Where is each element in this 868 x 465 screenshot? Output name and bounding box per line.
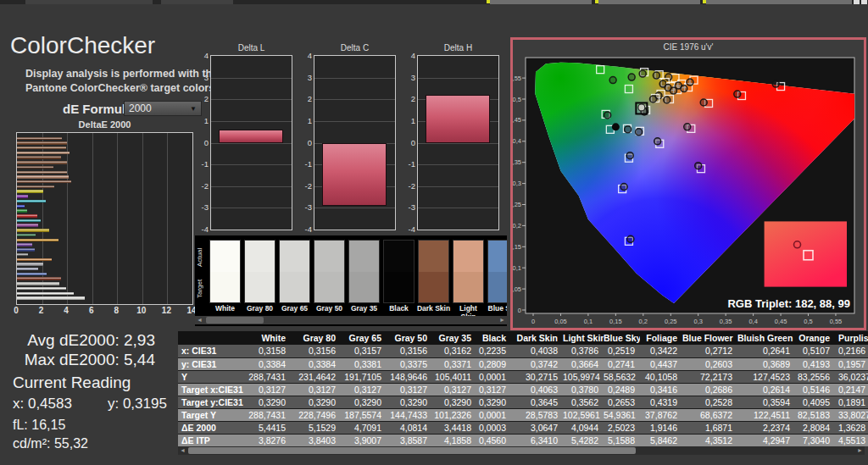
measured-circle-marker bbox=[628, 74, 635, 80]
axis-tick-label: 0,1 bbox=[513, 264, 521, 272]
table-cell: 0,1891 bbox=[835, 396, 868, 408]
measured-circle-marker bbox=[653, 72, 659, 79]
tab[interactable] bbox=[490, 0, 592, 4]
table-cell: 0,3158 bbox=[246, 345, 291, 357]
table-cell: 122,4511 bbox=[737, 408, 795, 421]
table-cell: 0,3127 bbox=[432, 383, 476, 396]
swatch-scrollbar-thumb[interactable] bbox=[206, 317, 264, 324]
swatch-label: Black bbox=[381, 304, 416, 313]
table-cell: 36,0237 bbox=[835, 370, 868, 383]
axis-tick-label: 2 bbox=[302, 94, 312, 103]
table-cell: 0,3780 bbox=[563, 383, 604, 396]
tab[interactable] bbox=[598, 0, 700, 4]
calman-colorchecker-screen: ColorChecker Display analysis is perform… bbox=[0, 0, 868, 465]
de2000-bar bbox=[17, 273, 47, 276]
gridline bbox=[314, 121, 395, 122]
swatch-actual bbox=[488, 241, 507, 272]
window-button[interactable] bbox=[854, 0, 860, 4]
measured-circle-marker bbox=[625, 126, 632, 133]
column-header: Blue Flower bbox=[682, 331, 737, 345]
table-cell: 0,3290 bbox=[341, 396, 387, 408]
swatch-actual bbox=[280, 241, 309, 272]
axis-tick-label: 0,2 bbox=[513, 222, 521, 230]
table-scrollbar-thumb[interactable] bbox=[188, 447, 636, 454]
de2000-bar bbox=[17, 166, 53, 169]
table-cell: 0,3290 bbox=[432, 396, 476, 408]
swatch-target bbox=[419, 272, 448, 303]
axis-tick-label: -2 bbox=[198, 181, 209, 191]
table-cell: 30,2715 bbox=[511, 370, 563, 383]
table-row: x: CIE310,31580,31560,31570,31560,31620,… bbox=[178, 345, 868, 357]
chart-title: Delta C bbox=[314, 43, 396, 53]
dropdown-arrow-icon: ▼ bbox=[190, 105, 197, 113]
table-cell: 0,2235 bbox=[476, 345, 511, 357]
table-cell: 102,5961 bbox=[563, 408, 604, 421]
row-label: x: CIE31 bbox=[178, 345, 246, 357]
row-label: Y bbox=[178, 370, 246, 383]
measured-circle-marker bbox=[772, 80, 779, 87]
swatch-scrollbar[interactable]: ◄ ► bbox=[195, 316, 507, 324]
table-row: Target x:CIE310,31270,31270,31270,31270,… bbox=[178, 383, 868, 396]
axis-tick-label: -3 bbox=[302, 202, 312, 212]
tab[interactable] bbox=[706, 0, 852, 4]
axis-tick-label: -4 bbox=[302, 224, 312, 234]
axis-tick-label: 1 bbox=[302, 116, 312, 125]
table-cell: 4,2947 bbox=[737, 434, 795, 446]
axis-tick-label: 3 bbox=[405, 73, 415, 82]
table-cell: 0,3742 bbox=[511, 357, 563, 370]
axis-tick-label: 0,15 bbox=[513, 243, 521, 251]
swatch-target bbox=[384, 272, 414, 303]
scroll-left-icon[interactable]: ◄ bbox=[197, 316, 203, 324]
axis-tick-label: 1 bbox=[198, 116, 209, 125]
table-cell: 2,8084 bbox=[795, 421, 835, 434]
gridline bbox=[211, 99, 292, 100]
measured-circle-marker bbox=[700, 99, 707, 106]
window-button[interactable] bbox=[861, 0, 867, 4]
axis-tick-label: 0 bbox=[405, 138, 415, 147]
de-formula-select[interactable]: 2000 ▼ bbox=[124, 101, 202, 116]
scroll-left-icon[interactable]: ◄ bbox=[180, 446, 186, 455]
measured-circle-marker bbox=[681, 86, 687, 92]
table-cell: 0,3786 bbox=[563, 345, 604, 357]
axis-tick-label: 0,05 bbox=[554, 318, 567, 325]
de2000-bar bbox=[17, 277, 61, 280]
swatch-target bbox=[314, 272, 344, 303]
current-color-inset bbox=[765, 221, 847, 286]
swatch-label: Gray 65 bbox=[277, 304, 312, 313]
tab[interactable] bbox=[25, 0, 153, 4]
table-cell: 54,9361 bbox=[604, 408, 640, 421]
rgb-triplet-label: RGB Triplet: 182, 88, 99 bbox=[727, 297, 850, 310]
axis-tick-label: 0 bbox=[198, 138, 209, 147]
table-cell: 0,5146 bbox=[795, 383, 835, 396]
swatch-target bbox=[245, 272, 275, 303]
axis-tick-label: 0,25 bbox=[513, 201, 521, 208]
tab[interactable] bbox=[161, 0, 233, 4]
scroll-right-icon[interactable]: ► bbox=[499, 316, 505, 324]
gridline bbox=[418, 78, 498, 79]
column-header: Gray 50 bbox=[387, 331, 432, 345]
table-cell: 40,1058 bbox=[640, 370, 682, 383]
table-cell: 28,5783 bbox=[511, 408, 563, 421]
swatch-white bbox=[209, 240, 241, 303]
table-scrollbar[interactable]: ◄ ► bbox=[178, 446, 865, 455]
axis-tick-label: 6 bbox=[86, 306, 97, 315]
de-formula-value: 2000 bbox=[129, 102, 152, 114]
table-cell: 0,3422 bbox=[640, 345, 682, 357]
deltae2000-plot bbox=[16, 132, 193, 305]
swatch-actual bbox=[210, 241, 240, 272]
cdm2-value: cd/m²: 55,32 bbox=[13, 436, 88, 451]
gridline bbox=[211, 186, 292, 187]
column-header: Light Skin bbox=[563, 331, 604, 345]
table-cell: 0,2686 bbox=[682, 383, 737, 396]
table-cell: 0,3157 bbox=[341, 345, 387, 357]
de2000-bar bbox=[17, 200, 46, 203]
table-cell: 0,4193 bbox=[795, 357, 835, 370]
table-cell: 0,3127 bbox=[341, 383, 387, 396]
de2000-bar bbox=[17, 195, 28, 198]
gridline bbox=[418, 143, 498, 144]
scroll-right-icon[interactable]: ► bbox=[857, 446, 863, 455]
axis-tick-label: 4 bbox=[302, 51, 312, 60]
measurement-table-wrap: WhiteGray 80Gray 65Gray 50Gray 35BlackDa… bbox=[178, 331, 868, 446]
table-cell: 101,2326 bbox=[432, 408, 476, 421]
axis-tick-label: 0,15 bbox=[609, 318, 622, 325]
